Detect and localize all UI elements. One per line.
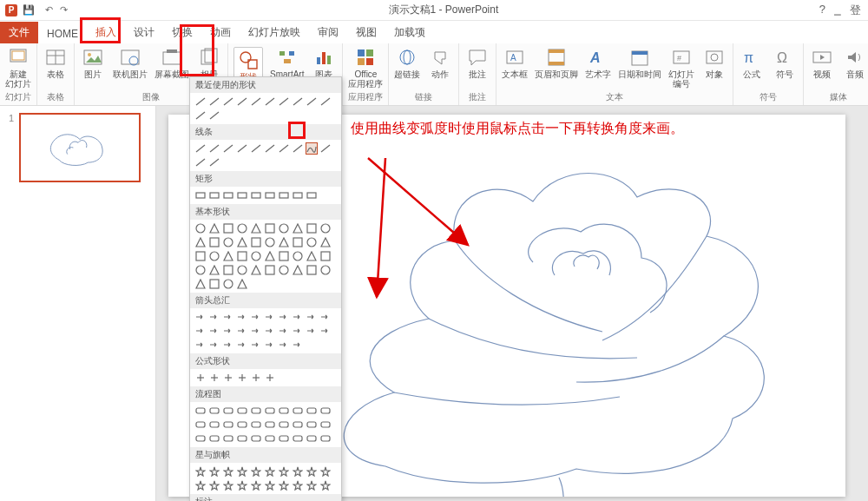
screenshot-button[interactable]: 屏幕截图 (155, 47, 189, 79)
header-footer-button[interactable]: 页眉和页脚 (535, 47, 578, 79)
shape-glyph[interactable] (208, 189, 220, 201)
shape-glyph[interactable] (292, 236, 304, 248)
shape-glyph[interactable] (306, 479, 318, 491)
new-slide-button[interactable]: 新建 幻灯片 (5, 47, 31, 89)
shape-glyph[interactable] (236, 479, 248, 491)
shape-glyph[interactable] (236, 419, 248, 431)
shape-glyph[interactable] (306, 236, 318, 248)
shape-glyph[interactable] (319, 325, 332, 337)
slide-thumbnail-1[interactable] (19, 113, 141, 182)
wordart-button[interactable]: A艺术字 (585, 47, 611, 79)
shape-glyph[interactable] (250, 264, 262, 276)
office-apps-button[interactable]: Office 应用程序 (348, 47, 383, 89)
shape-glyph[interactable] (208, 405, 220, 417)
shape-glyph[interactable] (264, 339, 276, 351)
shape-glyph[interactable] (306, 142, 318, 155)
shape-glyph[interactable] (306, 311, 318, 323)
tab-insert[interactable]: 插入 (87, 22, 125, 43)
shape-glyph[interactable] (208, 339, 220, 351)
shape-glyph[interactable] (292, 479, 304, 491)
shape-glyph[interactable] (250, 189, 262, 201)
video-button[interactable]: 视频 (809, 47, 835, 79)
shape-glyph[interactable] (319, 236, 332, 248)
shape-glyph[interactable] (264, 142, 276, 155)
shape-glyph[interactable] (292, 465, 304, 478)
photo-album-button[interactable]: 相册 (196, 47, 222, 79)
shape-glyph[interactable] (292, 325, 304, 337)
tables-button[interactable]: 表格 (43, 47, 69, 79)
shape-glyph[interactable] (222, 142, 234, 155)
shape-glyph[interactable] (194, 278, 207, 290)
shape-glyph[interactable] (194, 189, 207, 201)
shape-glyph[interactable] (250, 222, 262, 234)
slide-number-button[interactable]: #幻灯片 编号 (668, 47, 694, 89)
tab-file[interactable]: 文件 (0, 22, 38, 43)
shape-glyph[interactable] (250, 419, 262, 431)
shape-glyph[interactable] (278, 264, 290, 276)
shape-glyph[interactable] (194, 405, 207, 417)
shape-glyph[interactable] (292, 405, 304, 417)
shape-glyph[interactable] (264, 325, 276, 337)
shape-glyph[interactable] (236, 236, 248, 248)
shape-glyph[interactable] (292, 189, 304, 201)
tab-review[interactable]: 审阅 (309, 22, 347, 43)
tab-design[interactable]: 设计 (125, 22, 163, 43)
signin-label[interactable]: 登 (850, 3, 861, 18)
undo-icon[interactable]: ↶ (45, 4, 53, 16)
shape-glyph[interactable] (194, 156, 207, 168)
shape-glyph[interactable] (208, 372, 220, 384)
shape-glyph[interactable] (208, 432, 220, 445)
shape-glyph[interactable] (222, 479, 234, 491)
shape-glyph[interactable] (194, 465, 207, 478)
shape-glyph[interactable] (278, 339, 290, 351)
shape-glyph[interactable] (194, 432, 207, 445)
shape-glyph[interactable] (319, 250, 332, 262)
shape-glyph[interactable] (194, 250, 207, 262)
save-icon[interactable]: 💾 (23, 4, 35, 16)
shape-glyph[interactable] (222, 278, 234, 290)
shape-glyph[interactable] (194, 311, 207, 323)
tab-home[interactable]: HOME (38, 24, 87, 43)
shape-glyph[interactable] (194, 479, 207, 491)
shape-glyph[interactable] (222, 405, 234, 417)
shape-glyph[interactable] (306, 325, 318, 337)
shape-glyph[interactable] (194, 264, 207, 276)
shape-glyph[interactable] (264, 372, 276, 384)
shape-glyph[interactable] (264, 465, 276, 478)
tab-animations[interactable]: 动画 (201, 22, 240, 43)
action-button[interactable]: 动作 (427, 47, 453, 79)
shape-glyph[interactable] (306, 264, 318, 276)
shape-glyph[interactable] (278, 311, 290, 323)
shape-glyph[interactable] (319, 465, 332, 478)
shape-glyph[interactable] (264, 96, 276, 108)
shape-glyph[interactable] (194, 109, 207, 122)
shape-glyph[interactable] (306, 96, 318, 108)
shape-glyph[interactable] (264, 222, 276, 234)
shape-glyph[interactable] (236, 311, 248, 323)
shape-glyph[interactable] (306, 432, 318, 445)
shape-glyph[interactable] (319, 311, 332, 323)
shape-glyph[interactable] (208, 465, 220, 478)
shape-glyph[interactable] (208, 325, 220, 337)
shape-glyph[interactable] (194, 325, 207, 337)
shape-glyph[interactable] (306, 465, 318, 478)
shapes-dropdown[interactable]: 最近使用的形状 线条 矩形 基本形状 箭头总汇 公式形状 流程图 星与旗帜 标注… (189, 76, 342, 501)
shape-glyph[interactable] (278, 96, 290, 108)
shape-glyph[interactable] (250, 465, 262, 478)
shape-glyph[interactable] (236, 142, 248, 155)
shape-glyph[interactable] (208, 222, 220, 234)
shape-glyph[interactable] (278, 222, 290, 234)
shape-glyph[interactable] (250, 311, 262, 323)
shape-glyph[interactable] (278, 189, 290, 201)
shape-glyph[interactable] (208, 278, 220, 290)
minimize-icon[interactable]: ⎯ (834, 3, 841, 18)
shape-glyph[interactable] (236, 325, 248, 337)
shape-glyph[interactable] (208, 109, 220, 122)
tab-addins[interactable]: 加载项 (385, 22, 434, 43)
shape-glyph[interactable] (250, 142, 262, 155)
shape-glyph[interactable] (319, 96, 332, 108)
shape-glyph[interactable] (222, 372, 234, 384)
shape-glyph[interactable] (306, 405, 318, 417)
shape-glyph[interactable] (292, 250, 304, 262)
shape-glyph[interactable] (319, 419, 332, 431)
